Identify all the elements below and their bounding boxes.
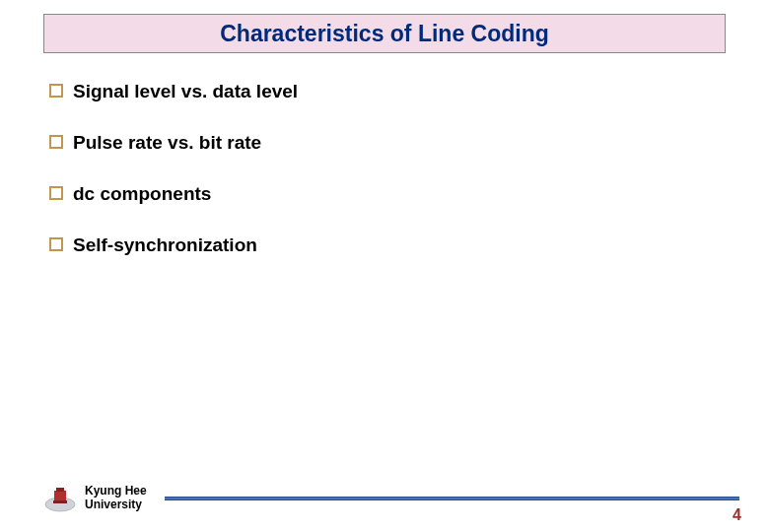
university-name-line2: University: [85, 499, 147, 512]
university-name-line1: Kyung Hee: [85, 485, 147, 499]
bullet-text: dc components: [73, 183, 211, 205]
slide-title: Characteristics of Line Coding: [44, 21, 725, 47]
slide: Characteristics of Line Coding Signal le…: [0, 0, 769, 532]
svg-rect-2: [56, 488, 64, 492]
square-bullet-icon: [49, 186, 63, 200]
square-bullet-icon: [49, 135, 63, 149]
footer-divider: [165, 497, 739, 500]
university-logo-icon: [43, 485, 77, 512]
list-item: Self-synchronization: [49, 234, 726, 256]
bullet-list: Signal level vs. data level Pulse rate v…: [43, 81, 726, 256]
bullet-text: Signal level vs. data level: [73, 81, 298, 102]
svg-rect-3: [53, 500, 67, 503]
title-bar: Characteristics of Line Coding: [43, 14, 726, 53]
list-item: dc components: [49, 183, 726, 205]
university-name: Kyung Hee University: [85, 485, 147, 512]
footer: Kyung Hee University: [43, 485, 739, 512]
bullet-text: Self-synchronization: [73, 234, 257, 256]
list-item: Pulse rate vs. bit rate: [49, 132, 726, 154]
square-bullet-icon: [49, 84, 63, 98]
bullet-text: Pulse rate vs. bit rate: [73, 132, 261, 154]
page-number: 4: [733, 506, 741, 524]
square-bullet-icon: [49, 237, 63, 251]
list-item: Signal level vs. data level: [49, 81, 726, 102]
